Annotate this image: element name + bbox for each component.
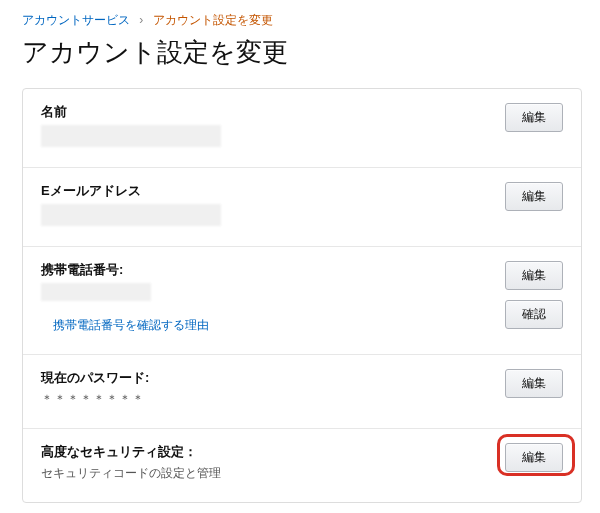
phone-label: 携帯電話番号: (41, 261, 505, 279)
security-label: 高度なセキュリティ設定： (41, 443, 505, 461)
settings-card: 名前 編集 Eメールアドレス 編集 携帯電話番号: 携帯電話番号を確認する理由 … (22, 88, 582, 503)
section-email: Eメールアドレス 編集 (23, 168, 581, 247)
confirm-phone-button[interactable]: 確認 (505, 300, 563, 329)
name-label: 名前 (41, 103, 505, 121)
breadcrumb: アカウントサービス › アカウント設定を変更 (22, 10, 582, 29)
section-phone: 携帯電話番号: 携帯電話番号を確認する理由 編集 確認 (23, 247, 581, 355)
password-label: 現在のパスワード: (41, 369, 505, 387)
password-mask: ＊＊＊＊＊＊＊＊ (41, 391, 505, 408)
email-label: Eメールアドレス (41, 182, 505, 200)
name-value-redacted (41, 125, 221, 147)
section-security: 高度なセキュリティ設定： セキュリティコードの設定と管理 編集 (23, 429, 581, 502)
section-password: 現在のパスワード: ＊＊＊＊＊＊＊＊ 編集 (23, 355, 581, 429)
phone-value-redacted (41, 283, 151, 301)
edit-security-button[interactable]: 編集 (505, 443, 563, 472)
breadcrumb-current: アカウント設定を変更 (153, 13, 273, 27)
breadcrumb-separator: › (139, 13, 143, 27)
edit-password-button[interactable]: 編集 (505, 369, 563, 398)
breadcrumb-root-link[interactable]: アカウントサービス (22, 13, 130, 27)
edit-name-button[interactable]: 編集 (505, 103, 563, 132)
edit-phone-button[interactable]: 編集 (505, 261, 563, 290)
security-desc: セキュリティコードの設定と管理 (41, 465, 505, 482)
edit-email-button[interactable]: 編集 (505, 182, 563, 211)
email-value-redacted (41, 204, 221, 226)
phone-why-link[interactable]: 携帯電話番号を確認する理由 (53, 317, 209, 334)
page-title: アカウント設定を変更 (22, 35, 582, 70)
section-name: 名前 編集 (23, 89, 581, 168)
